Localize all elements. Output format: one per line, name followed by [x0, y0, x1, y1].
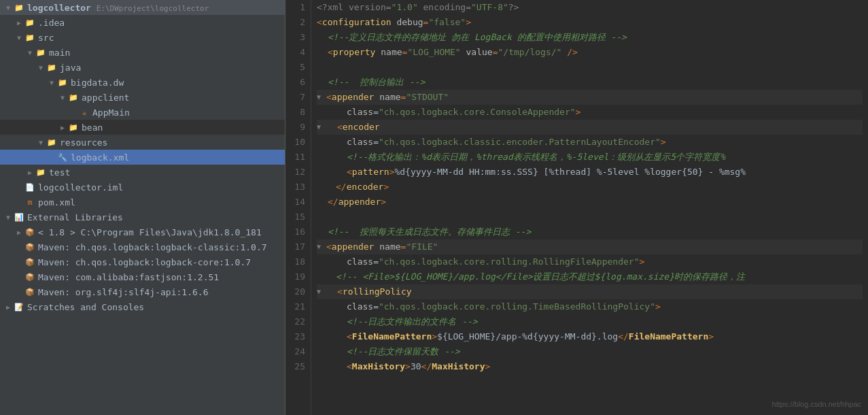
extlib-arrow [3, 214, 14, 221]
java-label: java [60, 63, 81, 73]
resources-label: resources [60, 137, 107, 148]
tree-src[interactable]: 📁 src [0, 30, 285, 45]
test-arrow [24, 169, 35, 176]
scratches-arrow [3, 303, 14, 311]
code-line-5 [317, 60, 863, 75]
code-line-22: <!--日志文件输出的文件名 --> [317, 314, 863, 329]
lb-classic-icon: 📦 [24, 242, 35, 252]
tree-appclient[interactable]: 📁 appclient [0, 90, 285, 105]
pom-label: pom.xml [38, 197, 75, 208]
logback-label: logback.xml [71, 152, 129, 163]
tree-bigdata[interactable]: 📁 bigdata.dw [0, 75, 285, 90]
fastjson-icon: 📦 [24, 271, 35, 282]
bigdata-arrow [46, 79, 57, 86]
logback-xml-icon: 🔧 [57, 152, 68, 163]
iml-label: logcollector.iml [38, 182, 123, 193]
tree-scratches[interactable]: 📝 Scratches and Consoles [0, 299, 285, 314]
code-lines[interactable]: <?xml version="1.0" encoding="UTF-8"?> <… [311, 0, 868, 415]
main-arrow [24, 49, 35, 56]
slf4j-icon: 📦 [24, 286, 35, 297]
code-line-19: <!-- <File>${LOG_HOME}/app.log</File>设置日… [317, 269, 863, 284]
root-label: logcollector E:\DWproject\logcollector [27, 3, 209, 13]
idea-arrow [14, 19, 24, 27]
test-folder-icon: 📁 [35, 167, 46, 178]
code-line-12: <pattern>%d{yyyy-MM-dd HH:mm:ss.SSS} [%t… [317, 165, 863, 180]
code-line-18: class="ch.qos.logback.core.rolling.Rolli… [317, 254, 863, 269]
iml-icon: 📄 [24, 182, 35, 193]
watermark: https://blog.csdn.net/hhpac [772, 400, 861, 408]
root-arrow [3, 4, 14, 12]
bigdata-label: bigdata.dw [71, 78, 124, 88]
appclient-label: appclient [82, 93, 129, 103]
code-line-2: <configuration debug="false"> [317, 15, 863, 30]
lb-core-icon: 📦 [24, 256, 35, 267]
tree-lb-classic[interactable]: 📦 Maven: ch.qos.logback:logback-classic:… [0, 239, 285, 254]
jdk-arrow [14, 229, 24, 236]
code-line-10: class="ch.qos.logback.classic.encoder.Pa… [317, 135, 863, 150]
code-line-11: <!--格式化输出：%d表示日期，%thread表示线程名，%-5level：级… [317, 150, 863, 165]
tree-main[interactable]: 📁 main [0, 45, 285, 60]
java-folder-icon: 📁 [46, 62, 57, 73]
tree-root[interactable]: 📁 logcollector E:\DWproject\logcollector [0, 0, 285, 15]
appclient-arrow [57, 94, 68, 101]
tree-pom[interactable]: m pom.xml [0, 195, 285, 210]
scratches-icon: 📝 [14, 301, 24, 312]
bean-label: bean [82, 122, 103, 133]
fastjson-label: Maven: com.alibaba:fastjson:1.2.51 [38, 272, 219, 282]
lb-core-label: Maven: ch.qos.logback:logback-core:1.0.7 [38, 257, 251, 267]
code-line-17: ▼ <appender name="FILE" [317, 239, 863, 254]
test-label: test [49, 167, 70, 178]
jdk-icon: 📦 [24, 227, 35, 237]
tree-bean[interactable]: 📁 bean [0, 120, 285, 135]
code-line-8: class="ch.qos.logback.core.ConsoleAppend… [317, 105, 863, 120]
tree-jdk[interactable]: 📦 < 1.8 > C:\Program Files\Java\jdk1.8.0… [0, 225, 285, 239]
bigdata-folder-icon: 📁 [57, 77, 68, 88]
appclient-folder-icon: 📁 [68, 92, 79, 103]
code-line-3: <!--定义日志文件的存储地址 勿在 LogBack 的配置中使用相对路径 --… [317, 30, 863, 45]
tree-iml[interactable]: 📄 logcollector.iml [0, 180, 285, 195]
tree-appmain[interactable]: ☕ AppMain [0, 105, 285, 120]
java-arrow [35, 64, 46, 71]
src-arrow [14, 34, 24, 42]
tree-logback-xml[interactable]: 🔧 logback.xml [0, 150, 285, 165]
file-tree[interactable]: 📁 logcollector E:\DWproject\logcollector… [0, 0, 285, 415]
src-label: src [38, 33, 54, 43]
code-line-1: <?xml version="1.0" encoding="UTF-8"?> [317, 0, 863, 15]
tree-extlib[interactable]: 📊 External Libraries [0, 210, 285, 225]
extlib-label: External Libraries [27, 212, 123, 222]
slf4j-label: Maven: org.slf4j:slf4j-api:1.6.6 [38, 287, 208, 297]
idea-label: .idea [38, 18, 65, 28]
idea-folder-icon: 📁 [24, 17, 35, 28]
code-line-7: ▼ <appender name="STDOUT" [317, 90, 863, 105]
tree-fastjson[interactable]: 📦 Maven: com.alibaba:fastjson:1.2.51 [0, 269, 285, 284]
bean-arrow [57, 124, 68, 131]
tree-lb-core[interactable]: 📦 Maven: ch.qos.logback:logback-core:1.0… [0, 254, 285, 269]
code-line-15 [317, 210, 863, 225]
tree-java[interactable]: 📁 java [0, 60, 285, 75]
lb-classic-label: Maven: ch.qos.logback:logback-classic:1.… [38, 242, 267, 252]
tree-test[interactable]: 📁 test [0, 165, 285, 180]
resources-folder-icon: 📁 [46, 137, 57, 148]
line-numbers: 1 2 3 4 5 6 7 8 9 10 11 12 13 14 15 16 1… [285, 0, 311, 415]
tree-resources[interactable]: 📁 resources [0, 135, 285, 150]
code-line-16: <!-- 按照每天生成日志文件。存储事件日志 --> [317, 225, 863, 239]
tree-idea[interactable]: 📁 .idea [0, 15, 285, 30]
resources-arrow [35, 139, 46, 146]
code-line-9: ▼ <encoder [317, 120, 863, 135]
main-label: main [49, 48, 70, 58]
code-editor: 1 2 3 4 5 6 7 8 9 10 11 12 13 14 15 16 1… [285, 0, 868, 415]
jdk-label: < 1.8 > C:\Program Files\Java\jdk1.8.0_1… [38, 227, 262, 237]
extlib-icon: 📊 [14, 212, 24, 222]
code-line-21: class="ch.qos.logback.core.rolling.TimeB… [317, 299, 863, 314]
code-line-20: ▼ <rollingPolicy [317, 284, 863, 299]
tree-slf4j[interactable]: 📦 Maven: org.slf4j:slf4j-api:1.6.6 [0, 284, 285, 299]
code-line-13: </encoder> [317, 180, 863, 195]
code-line-25: <MaxHistory>30</MaxHistory> [317, 359, 863, 374]
root-folder-icon: 📁 [14, 2, 24, 13]
pom-icon: m [24, 197, 35, 208]
code-line-14: </appender> [317, 195, 863, 210]
src-folder-icon: 📁 [24, 32, 35, 43]
code-area: 1 2 3 4 5 6 7 8 9 10 11 12 13 14 15 16 1… [285, 0, 868, 415]
scratches-label: Scratches and Consoles [27, 302, 144, 312]
code-line-23: <FileNamePattern>${LOG_HOME}/app-%d{yyyy… [317, 329, 863, 344]
